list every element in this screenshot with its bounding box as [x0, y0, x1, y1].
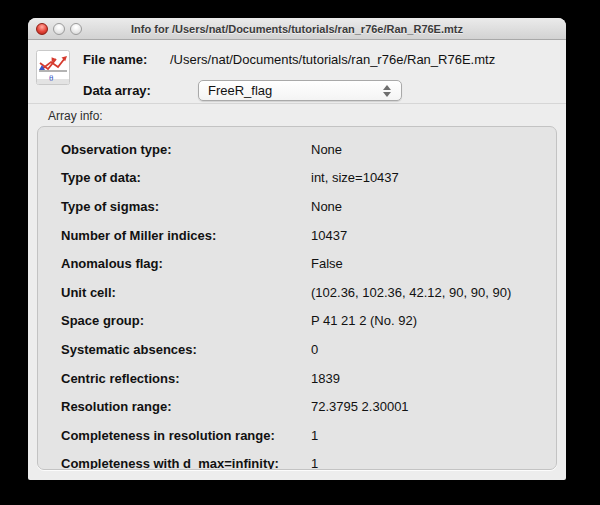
info-row: Systematic absences: 0 — [38, 335, 556, 364]
info-row: Type of data: int, size=10437 — [38, 164, 556, 193]
info-row-value: None — [311, 142, 342, 157]
info-row-value: P 41 21 2 (No. 92) — [311, 313, 417, 328]
info-row-label: Centric reflections: — [61, 371, 311, 386]
close-button-icon[interactable] — [36, 23, 48, 35]
info-row-value: 72.3795 2.30001 — [311, 399, 409, 414]
info-row-label: Completeness with d_max=infinity: — [61, 456, 311, 470]
info-row: Space group: P 41 21 2 (No. 92) — [38, 307, 556, 336]
info-row-label: Systematic absences: — [61, 342, 311, 357]
info-dialog-window: Info for /Users/nat/Documents/tutorials/… — [28, 18, 566, 480]
header-divider — [28, 103, 566, 104]
info-row-label: Anomalous flag: — [61, 256, 311, 271]
array-info-section-label: Array info: — [48, 109, 103, 123]
info-row-label: Type of sigmas: — [61, 199, 311, 214]
info-row-value: 1 — [311, 428, 318, 443]
info-row: Completeness with d_max=infinity: 1 — [38, 450, 556, 470]
info-row-label: Resolution range: — [61, 399, 311, 414]
info-row: Number of Miller indices: 10437 — [38, 221, 556, 250]
info-row-value: False — [311, 256, 343, 271]
file-name-value: /Users/nat/Documents/tutorials/ran_r76e/… — [170, 52, 495, 67]
info-row-value: 1839 — [311, 371, 340, 386]
array-info-groupbox: Observation type: None Type of data: int… — [37, 126, 557, 470]
info-row-label: Unit cell: — [61, 285, 311, 300]
info-row: Anomalous flag: False — [38, 249, 556, 278]
popup-up-down-icon — [383, 85, 391, 97]
info-row-value: 0 — [311, 342, 318, 357]
file-name-row: File name: /Users/nat/Documents/tutorial… — [83, 52, 495, 67]
info-row-label: Completeness in resolution range: — [61, 428, 311, 443]
info-row: Unit cell: (102.36, 102.36, 42.12, 90, 9… — [38, 278, 556, 307]
minimize-button-icon[interactable] — [53, 23, 65, 35]
info-row-value: (102.36, 102.36, 42.12, 90, 90, 90) — [311, 285, 511, 300]
data-array-label: Data array: — [83, 83, 170, 98]
info-row-label: Observation type: — [61, 142, 311, 157]
window-titlebar[interactable]: Info for /Users/nat/Documents/tutorials/… — [28, 18, 566, 40]
info-row-label: Space group: — [61, 313, 311, 328]
data-array-row: Data array: FreeR_flag — [83, 80, 402, 101]
info-row-value: 1 — [311, 456, 318, 470]
file-name-label: File name: — [83, 52, 170, 67]
info-row: Type of sigmas: None — [38, 192, 556, 221]
info-row-value: int, size=10437 — [311, 170, 399, 185]
window-title: Info for /Users/nat/Documents/tutorials/… — [28, 23, 566, 35]
mtz-data-plot-icon: θ — [36, 50, 70, 85]
zoom-button-icon[interactable] — [70, 23, 82, 35]
info-row-label: Type of data: — [61, 170, 311, 185]
svg-text:θ: θ — [49, 73, 53, 83]
info-row: Completeness in resolution range: 1 — [38, 421, 556, 450]
info-row: Resolution range: 72.3795 2.30001 — [38, 392, 556, 421]
info-row: Observation type: None — [38, 135, 556, 164]
info-row-value: 10437 — [311, 228, 347, 243]
info-row-value: None — [311, 199, 342, 214]
info-row-label: Number of Miller indices: — [61, 228, 311, 243]
data-array-select[interactable]: FreeR_flag — [198, 80, 402, 101]
info-row: Centric reflections: 1839 — [38, 364, 556, 393]
dialog-content: θ File name: /Users/nat/Documents/tutori… — [28, 40, 566, 480]
traffic-light-buttons — [36, 23, 82, 35]
data-array-selected-value: FreeR_flag — [208, 83, 383, 98]
array-info-rows: Observation type: None Type of data: int… — [38, 135, 556, 470]
